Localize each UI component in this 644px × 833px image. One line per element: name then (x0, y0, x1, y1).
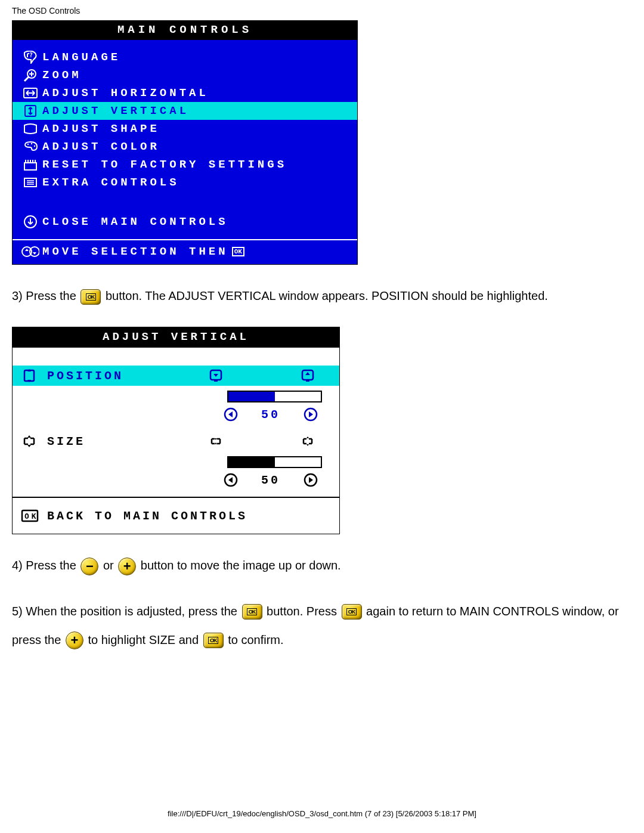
menu-item-language[interactable]: ? LANGUAGE (13, 48, 357, 66)
menu-item-label: ADJUST VERTICAL (42, 104, 189, 118)
move-selection-icon (18, 245, 42, 258)
svg-rect-24 (306, 380, 309, 382)
menu-item-adjust-shape[interactable]: ADJUST SHAPE (13, 120, 357, 138)
text: 4) Press the (12, 559, 79, 572)
footer-hint-text: MOVE SELECTION THEN (42, 245, 228, 258)
osd-main-body: ? LANGUAGE ZOOM ADJUST HORIZONTAL ADJUST… (13, 40, 357, 264)
page-header: The OSD Controls (12, 6, 632, 16)
spacer (13, 348, 339, 366)
page-footer: file:///D|/EDFU/crt_19/edoc/english/OSD_… (12, 809, 632, 818)
menu-item-zoom[interactable]: ZOOM (13, 66, 357, 84)
instruction-step-4: 4) Press the − or + button to move the i… (12, 556, 632, 575)
text: button to move the image up or down. (141, 559, 341, 572)
av-body: POSITION 50 (13, 348, 339, 534)
position-progress-bar (227, 391, 322, 402)
svg-rect-12 (24, 163, 36, 170)
reset-icon (18, 158, 42, 171)
menu-item-close[interactable]: CLOSE MAIN CONTROLS (13, 213, 357, 231)
ok-icon: OK (232, 247, 244, 256)
plus-button-icon: + (118, 558, 136, 575)
arrow-left-icon[interactable] (224, 407, 238, 422)
position-down-icon (208, 368, 224, 383)
ok-box-icon: OK (21, 509, 47, 523)
av-back-to-main[interactable]: OK BACK TO MAIN CONTROLS (13, 497, 339, 534)
text: to highlight SIZE and (88, 633, 202, 646)
language-icon: ? (18, 51, 42, 64)
svg-point-10 (31, 143, 32, 144)
menu-item-label: ZOOM (42, 68, 82, 82)
position-up-icon (300, 368, 315, 383)
instruction-step-5: 5) When the position is adjusted, press … (12, 597, 632, 654)
menu-item-label: EXTRA CONTROLS (42, 175, 179, 190)
instruction-step-3: 3) Press the OK button. The ADJUST VERTI… (12, 286, 632, 305)
size-bar-row (13, 451, 339, 469)
plus-button-icon: + (66, 631, 83, 649)
size-large-icon (300, 435, 315, 448)
ok-button-icon: OK (80, 289, 101, 305)
adjust-color-icon (18, 141, 42, 153)
svg-text:OK: OK (24, 512, 39, 521)
menu-item-adjust-horizontal[interactable]: ADJUST HORIZONTAL (13, 84, 357, 102)
osd-adjust-vertical-panel: ADJUST VERTICAL POSITION (12, 327, 340, 534)
arrow-right-icon[interactable] (304, 473, 318, 487)
menu-item-label: CLOSE MAIN CONTROLS (42, 215, 228, 229)
ok-button-icon: OK (242, 604, 262, 620)
arrow-right-icon[interactable] (304, 407, 318, 422)
svg-point-9 (27, 144, 29, 145)
position-bar-row (13, 386, 339, 404)
size-value: 50 (238, 473, 304, 487)
menu-item-adjust-color[interactable]: ADJUST COLOR (13, 138, 357, 156)
close-icon (18, 215, 42, 229)
text: button. Press (267, 605, 340, 618)
size-small-icon (208, 435, 224, 448)
svg-rect-20 (24, 370, 34, 381)
av-title: ADJUST VERTICAL (13, 327, 339, 348)
av-back-label: BACK TO MAIN CONTROLS (47, 509, 247, 523)
svg-text:?: ? (29, 52, 36, 58)
zoom-icon (18, 68, 42, 82)
osd-main-controls-panel: MAIN CONTROLS ? LANGUAGE ZOOM ADJUST HOR… (12, 20, 358, 265)
av-item-position[interactable]: POSITION (13, 366, 339, 386)
text: button. The ADJUST VERTICAL window appea… (106, 289, 548, 302)
minus-button-icon: − (80, 558, 98, 575)
text: 3) Press the (12, 289, 79, 302)
position-value: 50 (238, 408, 304, 422)
svg-point-11 (34, 145, 35, 147)
av-item-label: POSITION (47, 369, 208, 383)
spacer (13, 191, 357, 213)
svg-rect-22 (214, 380, 218, 382)
text: or (103, 559, 117, 572)
text: 5) When the position is adjusted, press … (12, 605, 241, 618)
size-icon (21, 433, 47, 449)
osd-main-title: MAIN CONTROLS (13, 21, 357, 40)
menu-item-label: ADJUST COLOR (42, 140, 160, 154)
menu-item-label: ADJUST SHAPE (42, 122, 160, 136)
size-value-row: 50 (13, 469, 339, 497)
ok-button-icon: OK (203, 633, 224, 648)
extra-controls-icon (18, 176, 42, 188)
menu-item-label: RESET TO FACTORY SETTINGS (42, 157, 287, 172)
menu-item-reset[interactable]: RESET TO FACTORY SETTINGS (13, 156, 357, 174)
size-progress-fill (228, 457, 275, 467)
size-progress-bar (227, 456, 322, 468)
osd-footer-hint: MOVE SELECTION THEN OK (13, 239, 357, 264)
position-value-row: 50 (13, 404, 339, 431)
position-progress-fill (228, 392, 275, 401)
adjust-vertical-icon (18, 104, 42, 117)
svg-line-2 (24, 77, 29, 81)
position-icon (21, 368, 47, 383)
adjust-shape-icon (18, 123, 42, 135)
text: to confirm. (228, 633, 283, 646)
arrow-left-icon[interactable] (224, 473, 238, 487)
menu-item-label: LANGUAGE (42, 50, 120, 64)
menu-item-extra-controls[interactable]: EXTRA CONTROLS (13, 174, 357, 191)
ok-button-icon: OK (342, 604, 362, 620)
menu-item-adjust-vertical[interactable]: ADJUST VERTICAL (13, 102, 357, 120)
av-item-size[interactable]: SIZE (13, 431, 339, 451)
av-item-label: SIZE (47, 435, 208, 448)
menu-item-label: ADJUST HORIZONTAL (42, 86, 209, 100)
adjust-horizontal-icon (18, 87, 42, 99)
